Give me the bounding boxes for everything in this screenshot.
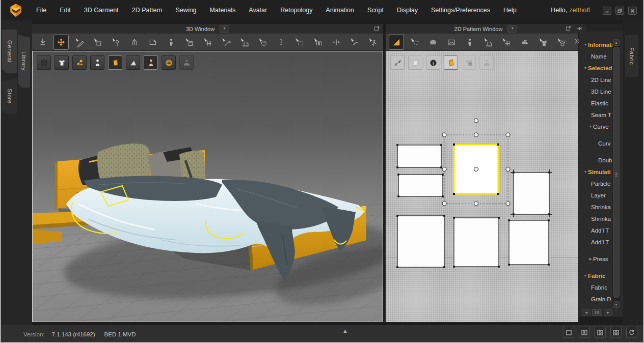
toggle-show-particles[interactable] (72, 55, 87, 70)
toggle-steam-iron[interactable] (179, 55, 194, 70)
expand-triangle-icon[interactable]: ▶ (588, 257, 593, 261)
tool-sewing-tool[interactable] (237, 35, 252, 50)
toggle-pattern-pen[interactable] (390, 55, 405, 70)
toggle-pattern-info[interactable] (426, 55, 440, 70)
menu-3d-garment[interactable]: 3D Garment (78, 4, 124, 17)
menu-sewing[interactable]: Sewing (170, 4, 202, 17)
tool-select-move[interactable] (53, 35, 69, 50)
username[interactable]: zetthoff (569, 7, 590, 14)
right-tab-fabric[interactable]: Fabric (625, 35, 638, 77)
collapse-triangle-icon[interactable]: ▼ (583, 43, 588, 46)
menu-retopology[interactable]: Retopology (275, 4, 318, 17)
viewport-2d[interactable] (386, 51, 578, 322)
tool-grid-2d[interactable] (499, 35, 514, 50)
tool-select-cloth[interactable] (90, 35, 105, 50)
pattern-piece-4[interactable] (396, 215, 445, 268)
pane2d-popout-icon[interactable] (566, 25, 572, 32)
layout-one-plus-two-button[interactable] (595, 327, 606, 338)
tool-fold-arrangement[interactable] (127, 35, 142, 50)
tool-select-box[interactable] (310, 35, 326, 50)
tool-transform-pattern[interactable] (389, 35, 404, 50)
pattern-piece-1[interactable] (396, 144, 442, 168)
menu-avatar[interactable]: Avatar (243, 4, 273, 17)
restore-button[interactable] (615, 7, 624, 15)
scroll-right-button[interactable]: ▶ (604, 309, 612, 316)
menu-animation[interactable]: Animation (320, 4, 360, 17)
tool-pin-arrows[interactable] (329, 35, 344, 50)
prop-simulati[interactable]: ▼Simulati (579, 166, 614, 178)
pattern-piece-2[interactable] (397, 174, 444, 197)
pattern-piece-6[interactable] (508, 219, 550, 266)
tool-texture-edit[interactable] (554, 35, 569, 50)
tool-grid-transform[interactable] (200, 35, 216, 50)
tool-pen-3d[interactable] (72, 35, 87, 50)
tool-mannequin[interactable] (164, 35, 179, 50)
prop-curve[interactable]: ▼Curve (579, 121, 614, 132)
scroll-up-button[interactable]: ▲ (613, 39, 620, 46)
toggle-show-avatar[interactable] (90, 55, 104, 70)
menu-display[interactable]: Display (391, 4, 423, 17)
toggle-show-garment-2d[interactable] (408, 55, 422, 70)
tool-pin[interactable] (109, 35, 124, 50)
prop-fabric[interactable]: ▼Fabric (579, 270, 614, 281)
tool-rotate-gizmo[interactable] (182, 35, 197, 50)
horizontal-scrollbar[interactable]: ◀ ▶ (582, 309, 612, 316)
toggle-lock-garment[interactable] (462, 55, 476, 70)
layout-two-pane-button[interactable] (579, 327, 590, 338)
close-button[interactable] (628, 7, 637, 15)
tool-sewing-machine[interactable] (480, 35, 496, 50)
prop-press[interactable]: ▶Press (579, 253, 614, 265)
prop-selected[interactable]: ▼Selected (579, 62, 614, 74)
vertical-scroll-thumb[interactable] (613, 47, 620, 298)
layout-single-button[interactable] (563, 327, 574, 338)
tool-select-rect[interactable] (292, 35, 307, 50)
tool-tape-measure[interactable] (347, 35, 362, 50)
menu-file[interactable]: File (31, 4, 52, 17)
scroll-left-button[interactable]: ◀ (582, 309, 591, 316)
sidebar-tab-general[interactable]: General (2, 30, 17, 73)
tool-walk-avatar[interactable] (365, 35, 381, 50)
menu-help[interactable]: Help (498, 4, 522, 17)
pane3d-view-dropdown[interactable]: ▾ (220, 25, 229, 33)
toggle-iron-2d[interactable] (479, 55, 494, 70)
toggle-show-3d-box[interactable] (37, 55, 51, 70)
viewport-3d[interactable] (32, 51, 383, 322)
pane2d-view-dropdown[interactable]: ▾ (507, 25, 517, 33)
toggle-show-cloth[interactable] (126, 55, 140, 70)
tool-flip-pattern[interactable] (145, 35, 160, 50)
pattern-piece-5[interactable] (453, 217, 500, 268)
collapse-triangle-icon[interactable]: ▼ (588, 125, 593, 128)
scroll-down-button[interactable]: ▼ (613, 301, 620, 308)
toggle-show-avatar-skin[interactable] (144, 55, 158, 70)
tool-avatar-2d[interactable] (462, 35, 477, 50)
tool-edit-pattern[interactable] (407, 35, 422, 50)
menu-2d-pattern[interactable]: 2D Pattern (126, 4, 168, 17)
toggle-show-pattern-2d[interactable] (444, 55, 458, 70)
tool-polygon-pattern[interactable] (425, 35, 441, 50)
layout-reset-button[interactable] (626, 327, 637, 338)
vertical-scrollbar[interactable]: ▲ ▼ (612, 39, 620, 308)
tool-shirt-texture[interactable] (535, 35, 551, 50)
pattern-piece-3[interactable] (511, 169, 552, 217)
tool-zipper-tool[interactable] (274, 35, 289, 50)
toggle-show-garment[interactable] (55, 55, 69, 70)
prop-information[interactable]: ▼Information (579, 39, 614, 50)
horizontal-scroll-thumb[interactable] (592, 309, 602, 316)
toggle-show-world[interactable] (162, 55, 176, 70)
menu-materials[interactable]: Materials (204, 4, 242, 17)
triangle-up-icon[interactable]: ▲ (342, 328, 348, 334)
collapse-triangle-icon[interactable]: ▼ (583, 274, 588, 277)
sidebar-tab-store[interactable]: Store (2, 78, 17, 114)
tool-simulate[interactable] (35, 35, 50, 50)
tool-button-tool[interactable] (255, 35, 271, 50)
sidebar-tab-library[interactable]: Library (18, 35, 30, 88)
minimize-button[interactable] (603, 7, 611, 15)
tool-trace-image[interactable] (444, 35, 459, 50)
menu-script[interactable]: Script (362, 4, 389, 17)
layout-quad-button[interactable] (610, 327, 622, 338)
menu-settings-preferences[interactable]: Settings/Preferences (425, 4, 496, 17)
toggle-show-pattern[interactable] (108, 55, 122, 70)
tool-iron-press[interactable] (517, 35, 532, 50)
collapse-triangle-icon[interactable]: ▼ (583, 170, 588, 174)
panel-expand-arrow-icon[interactable] (576, 25, 582, 32)
